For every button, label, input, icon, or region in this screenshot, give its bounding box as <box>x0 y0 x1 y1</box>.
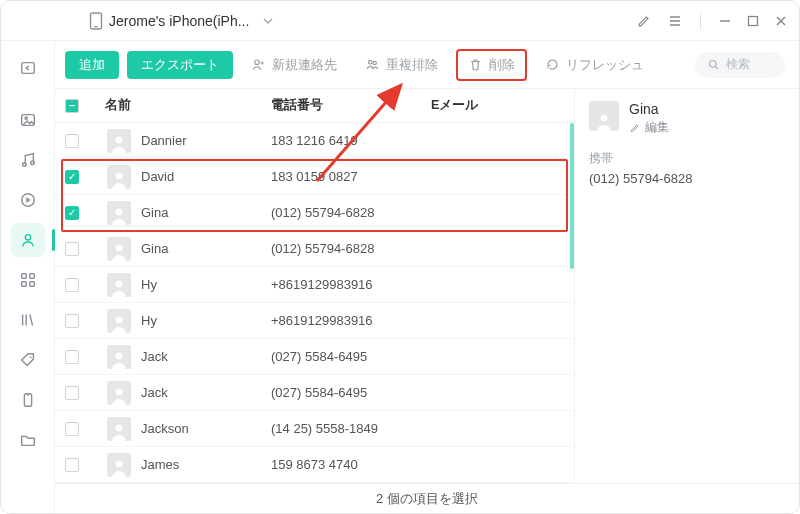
svg-point-20 <box>116 136 123 143</box>
add-button[interactable]: 追加 <box>65 51 119 79</box>
detail-avatar <box>589 101 619 131</box>
video-icon[interactable] <box>11 183 45 217</box>
contacts-icon[interactable] <box>11 223 45 257</box>
svg-point-26 <box>116 352 123 359</box>
row-checkbox[interactable] <box>65 386 79 400</box>
column-phone[interactable]: 電話番号 <box>271 97 431 114</box>
row-checkbox[interactable] <box>65 422 79 436</box>
new-contact-button[interactable]: 新規連絡先 <box>241 51 347 79</box>
svg-point-21 <box>116 172 123 179</box>
svg-rect-2 <box>749 16 758 25</box>
music-icon[interactable] <box>11 143 45 177</box>
contact-phone: (012) 55794-6828 <box>271 241 431 256</box>
search-icon <box>707 58 720 71</box>
table-row[interactable]: Jack(027) 5584-6495 <box>55 339 574 375</box>
avatar <box>107 165 131 189</box>
photos-icon[interactable] <box>11 103 45 137</box>
contact-phone: +8619129983916 <box>271 313 431 328</box>
user-plus-icon <box>251 57 266 72</box>
svg-point-19 <box>710 61 717 68</box>
avatar <box>107 201 131 225</box>
svg-rect-12 <box>21 282 26 287</box>
avatar <box>107 237 131 261</box>
dedupe-button[interactable]: 重複排除 <box>355 51 448 79</box>
phone-icon <box>89 12 103 30</box>
table-row[interactable]: Hy+8619129983916 <box>55 303 574 339</box>
table-row[interactable]: ✓David183 0159 0827 <box>55 159 574 195</box>
table-row[interactable]: Hy+8619129983916 <box>55 267 574 303</box>
export-button[interactable]: エクスポート <box>127 51 233 79</box>
back-icon[interactable] <box>11 51 45 85</box>
contact-name: Jackson <box>141 421 189 436</box>
svg-point-24 <box>116 280 123 287</box>
detail-mobile-label: 携帯 <box>589 150 785 167</box>
svg-point-5 <box>25 117 27 119</box>
table-row[interactable]: Jackson(14 25) 5558-1849 <box>55 411 574 447</box>
row-checkbox[interactable] <box>65 350 79 364</box>
pencil-icon <box>629 122 641 134</box>
edit-icon[interactable] <box>636 13 652 29</box>
detail-mobile-value: (012) 55794-6828 <box>589 171 785 186</box>
svg-point-28 <box>116 424 123 431</box>
detail-panel: Gina 編集 携帯 (012) 55794-6828 <box>575 89 799 483</box>
device-selector[interactable]: Jerome's iPhone(iPh... <box>89 12 273 30</box>
avatar <box>107 345 131 369</box>
row-checkbox[interactable] <box>65 242 79 256</box>
column-name[interactable]: 名前 <box>101 97 271 114</box>
avatar <box>107 453 131 477</box>
menu-icon[interactable] <box>668 14 682 28</box>
row-checkbox[interactable] <box>65 314 79 328</box>
row-checkbox[interactable] <box>65 134 79 148</box>
svg-rect-13 <box>29 282 34 287</box>
contact-name: Dannier <box>141 133 187 148</box>
detail-name: Gina <box>629 101 669 117</box>
status-bar: 2 個の項目を選択 <box>55 483 799 513</box>
contact-name: Hy <box>141 313 157 328</box>
svg-rect-1 <box>94 26 98 27</box>
table-row[interactable]: Jack(027) 5584-6495 <box>55 375 574 411</box>
svg-point-30 <box>601 115 608 122</box>
svg-point-6 <box>22 163 26 167</box>
contact-phone: 159 8673 4740 <box>271 457 431 472</box>
delete-button[interactable]: 削除 <box>456 49 527 81</box>
books-icon[interactable] <box>11 303 45 337</box>
svg-point-23 <box>116 244 123 251</box>
table-row[interactable]: Dannier183 1216 6419 <box>55 123 574 159</box>
refresh-icon <box>545 57 560 72</box>
svg-rect-10 <box>21 274 26 279</box>
apps-icon[interactable] <box>11 263 45 297</box>
contact-phone: 183 0159 0827 <box>271 169 431 184</box>
table-row[interactable]: ✓Gina(012) 55794-6828 <box>55 195 574 231</box>
folder-icon[interactable] <box>11 423 45 457</box>
refresh-button[interactable]: リフレッシュ <box>535 51 654 79</box>
column-email[interactable]: Eメール <box>431 97 574 114</box>
row-checkbox[interactable]: ✓ <box>65 206 79 220</box>
device-icon[interactable] <box>11 383 45 417</box>
tag-icon[interactable] <box>11 343 45 377</box>
contact-name: Jack <box>141 349 168 364</box>
row-checkbox[interactable] <box>65 278 79 292</box>
row-checkbox[interactable]: ✓ <box>65 170 79 184</box>
svg-point-14 <box>29 356 31 358</box>
svg-point-9 <box>25 235 30 240</box>
svg-point-17 <box>368 60 372 64</box>
contact-name: David <box>141 169 174 184</box>
contact-name: Hy <box>141 277 157 292</box>
close-icon[interactable] <box>775 15 787 27</box>
contact-name: James <box>141 457 179 472</box>
avatar <box>107 129 131 153</box>
select-all-checkbox[interactable]: – <box>65 99 79 113</box>
svg-point-29 <box>116 460 123 467</box>
scrollbar-thumb[interactable] <box>570 123 574 269</box>
svg-rect-11 <box>29 274 34 279</box>
detail-edit-button[interactable]: 編集 <box>629 119 669 136</box>
avatar <box>107 309 131 333</box>
svg-rect-3 <box>21 63 34 74</box>
svg-point-25 <box>116 316 123 323</box>
maximize-icon[interactable] <box>747 15 759 27</box>
table-row[interactable]: Gina(012) 55794-6828 <box>55 231 574 267</box>
table-row[interactable]: James159 8673 4740 <box>55 447 574 483</box>
search-input[interactable]: 検索 <box>695 52 785 78</box>
row-checkbox[interactable] <box>65 458 79 472</box>
minimize-icon[interactable] <box>719 15 731 27</box>
